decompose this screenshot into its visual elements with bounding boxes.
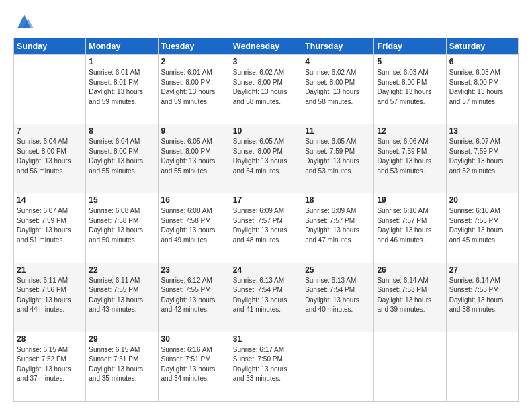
day-cell: 21Sunrise: 6:11 AM Sunset: 7:56 PM Dayli… bbox=[14, 263, 86, 332]
day-number: 15 bbox=[89, 195, 154, 205]
day-info: Sunrise: 6:16 AM Sunset: 7:51 PM Dayligh… bbox=[161, 345, 227, 384]
day-cell: 11Sunrise: 6:05 AM Sunset: 7:59 PM Dayli… bbox=[302, 124, 374, 193]
day-info: Sunrise: 6:10 AM Sunset: 7:57 PM Dayligh… bbox=[377, 206, 443, 245]
day-info: Sunrise: 6:07 AM Sunset: 7:59 PM Dayligh… bbox=[449, 137, 515, 176]
day-number: 18 bbox=[305, 195, 371, 205]
day-cell: 4Sunrise: 6:02 AM Sunset: 8:00 PM Daylig… bbox=[302, 55, 374, 124]
day-info: Sunrise: 6:03 AM Sunset: 8:00 PM Dayligh… bbox=[449, 68, 515, 107]
weekday-wednesday: Wednesday bbox=[230, 38, 302, 55]
day-info: Sunrise: 6:03 AM Sunset: 8:00 PM Dayligh… bbox=[377, 68, 443, 107]
day-number: 24 bbox=[233, 265, 299, 275]
day-cell: 7Sunrise: 6:04 AM Sunset: 8:00 PM Daylig… bbox=[14, 124, 86, 193]
day-number: 3 bbox=[233, 57, 299, 66]
day-info: Sunrise: 6:02 AM Sunset: 8:00 PM Dayligh… bbox=[233, 68, 299, 107]
day-cell: 20Sunrise: 6:10 AM Sunset: 7:56 PM Dayli… bbox=[446, 193, 518, 263]
day-cell: 30Sunrise: 6:16 AM Sunset: 7:51 PM Dayli… bbox=[158, 332, 230, 401]
day-number: 1 bbox=[89, 57, 154, 66]
day-number: 16 bbox=[161, 195, 227, 205]
weekday-saturday: Saturday bbox=[446, 38, 518, 55]
day-info: Sunrise: 6:02 AM Sunset: 8:00 PM Dayligh… bbox=[305, 68, 371, 107]
weekday-header-row: SundayMondayTuesdayWednesdayThursdayFrid… bbox=[14, 38, 519, 55]
day-number: 28 bbox=[17, 334, 83, 344]
weekday-friday: Friday bbox=[374, 38, 446, 55]
day-number: 23 bbox=[161, 265, 227, 275]
week-row-3: 14Sunrise: 6:07 AM Sunset: 7:59 PM Dayli… bbox=[14, 193, 519, 263]
day-number: 27 bbox=[449, 265, 515, 275]
day-info: Sunrise: 6:14 AM Sunset: 7:53 PM Dayligh… bbox=[377, 276, 443, 315]
weekday-thursday: Thursday bbox=[302, 38, 374, 55]
day-cell: 29Sunrise: 6:15 AM Sunset: 7:51 PM Dayli… bbox=[86, 332, 158, 401]
day-number: 10 bbox=[233, 126, 299, 136]
day-cell: 31Sunrise: 6:17 AM Sunset: 7:50 PM Dayli… bbox=[230, 332, 302, 401]
day-info: Sunrise: 6:08 AM Sunset: 7:58 PM Dayligh… bbox=[161, 206, 227, 245]
day-number: 31 bbox=[233, 334, 299, 344]
day-number: 26 bbox=[377, 265, 443, 275]
week-row-2: 7Sunrise: 6:04 AM Sunset: 8:00 PM Daylig… bbox=[14, 124, 519, 193]
day-cell: 19Sunrise: 6:10 AM Sunset: 7:57 PM Dayli… bbox=[374, 193, 446, 263]
calendar-table: SundayMondayTuesdayWednesdayThursdayFrid… bbox=[13, 38, 519, 402]
day-cell: 10Sunrise: 6:05 AM Sunset: 8:00 PM Dayli… bbox=[230, 124, 302, 193]
day-number: 9 bbox=[161, 126, 227, 136]
day-cell: 28Sunrise: 6:15 AM Sunset: 7:52 PM Dayli… bbox=[14, 332, 86, 401]
day-number: 19 bbox=[377, 195, 443, 205]
day-info: Sunrise: 6:05 AM Sunset: 7:59 PM Dayligh… bbox=[305, 137, 371, 176]
day-cell: 22Sunrise: 6:11 AM Sunset: 7:55 PM Dayli… bbox=[86, 263, 158, 332]
day-cell: 3Sunrise: 6:02 AM Sunset: 8:00 PM Daylig… bbox=[230, 55, 302, 124]
day-cell: 26Sunrise: 6:14 AM Sunset: 7:53 PM Dayli… bbox=[374, 263, 446, 332]
day-cell: 15Sunrise: 6:08 AM Sunset: 7:58 PM Dayli… bbox=[86, 193, 158, 263]
day-cell: 14Sunrise: 6:07 AM Sunset: 7:59 PM Dayli… bbox=[14, 193, 86, 263]
day-cell: 9Sunrise: 6:05 AM Sunset: 8:00 PM Daylig… bbox=[158, 124, 230, 193]
day-cell: 17Sunrise: 6:09 AM Sunset: 7:57 PM Dayli… bbox=[230, 193, 302, 263]
day-info: Sunrise: 6:04 AM Sunset: 8:00 PM Dayligh… bbox=[89, 137, 154, 176]
day-number: 20 bbox=[449, 195, 515, 205]
calendar-page: SundayMondayTuesdayWednesdayThursdayFrid… bbox=[0, 0, 532, 411]
day-cell: 27Sunrise: 6:14 AM Sunset: 7:53 PM Dayli… bbox=[446, 263, 518, 332]
day-number: 4 bbox=[305, 57, 371, 66]
day-cell: 5Sunrise: 6:03 AM Sunset: 8:00 PM Daylig… bbox=[374, 55, 446, 124]
day-info: Sunrise: 6:17 AM Sunset: 7:50 PM Dayligh… bbox=[233, 345, 299, 384]
day-number: 22 bbox=[89, 265, 154, 275]
day-number: 7 bbox=[17, 126, 83, 136]
week-row-5: 28Sunrise: 6:15 AM Sunset: 7:52 PM Dayli… bbox=[14, 332, 519, 401]
day-cell: 23Sunrise: 6:12 AM Sunset: 7:55 PM Dayli… bbox=[158, 263, 230, 332]
day-info: Sunrise: 6:09 AM Sunset: 7:57 PM Dayligh… bbox=[305, 206, 371, 245]
day-info: Sunrise: 6:05 AM Sunset: 8:00 PM Dayligh… bbox=[233, 137, 299, 176]
day-cell: 8Sunrise: 6:04 AM Sunset: 8:00 PM Daylig… bbox=[86, 124, 158, 193]
week-row-4: 21Sunrise: 6:11 AM Sunset: 7:56 PM Dayli… bbox=[14, 263, 519, 332]
day-cell bbox=[302, 332, 374, 401]
day-cell: 12Sunrise: 6:06 AM Sunset: 7:59 PM Dayli… bbox=[374, 124, 446, 193]
day-cell: 25Sunrise: 6:13 AM Sunset: 7:54 PM Dayli… bbox=[302, 263, 374, 332]
week-row-1: 1Sunrise: 6:01 AM Sunset: 8:01 PM Daylig… bbox=[14, 55, 519, 124]
day-cell bbox=[14, 55, 86, 124]
day-info: Sunrise: 6:10 AM Sunset: 7:56 PM Dayligh… bbox=[449, 206, 515, 245]
day-info: Sunrise: 6:04 AM Sunset: 8:00 PM Dayligh… bbox=[17, 137, 83, 176]
day-info: Sunrise: 6:15 AM Sunset: 7:51 PM Dayligh… bbox=[89, 345, 154, 384]
header bbox=[13, 12, 519, 31]
day-info: Sunrise: 6:14 AM Sunset: 7:53 PM Dayligh… bbox=[449, 276, 515, 315]
day-info: Sunrise: 6:01 AM Sunset: 8:00 PM Dayligh… bbox=[161, 68, 227, 107]
day-cell: 18Sunrise: 6:09 AM Sunset: 7:57 PM Dayli… bbox=[302, 193, 374, 263]
day-cell bbox=[446, 332, 518, 401]
day-info: Sunrise: 6:07 AM Sunset: 7:59 PM Dayligh… bbox=[17, 206, 83, 245]
day-info: Sunrise: 6:11 AM Sunset: 7:55 PM Dayligh… bbox=[89, 276, 154, 315]
day-number: 25 bbox=[305, 265, 371, 275]
day-number: 13 bbox=[449, 126, 515, 136]
logo-icon bbox=[15, 12, 34, 31]
day-cell: 13Sunrise: 6:07 AM Sunset: 7:59 PM Dayli… bbox=[446, 124, 518, 193]
day-info: Sunrise: 6:11 AM Sunset: 7:56 PM Dayligh… bbox=[17, 276, 83, 315]
day-number: 30 bbox=[161, 334, 227, 344]
day-number: 29 bbox=[89, 334, 154, 344]
day-number: 11 bbox=[305, 126, 371, 136]
day-cell: 24Sunrise: 6:13 AM Sunset: 7:54 PM Dayli… bbox=[230, 263, 302, 332]
day-info: Sunrise: 6:12 AM Sunset: 7:55 PM Dayligh… bbox=[161, 276, 227, 315]
day-info: Sunrise: 6:13 AM Sunset: 7:54 PM Dayligh… bbox=[233, 276, 299, 315]
day-number: 12 bbox=[377, 126, 443, 136]
day-cell: 2Sunrise: 6:01 AM Sunset: 8:00 PM Daylig… bbox=[158, 55, 230, 124]
day-number: 21 bbox=[17, 265, 83, 275]
day-number: 14 bbox=[17, 195, 83, 205]
day-info: Sunrise: 6:06 AM Sunset: 7:59 PM Dayligh… bbox=[377, 137, 443, 176]
day-number: 6 bbox=[449, 57, 515, 66]
day-cell: 1Sunrise: 6:01 AM Sunset: 8:01 PM Daylig… bbox=[86, 55, 158, 124]
logo bbox=[13, 12, 34, 31]
day-info: Sunrise: 6:09 AM Sunset: 7:57 PM Dayligh… bbox=[233, 206, 299, 245]
